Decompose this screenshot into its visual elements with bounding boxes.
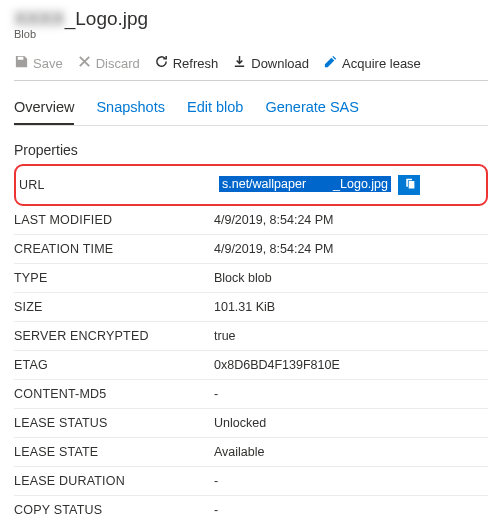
prop-row-type: TYPE Block blob (14, 264, 488, 293)
prop-label: CONTENT-MD5 (14, 380, 214, 409)
prop-value: - (214, 380, 488, 409)
prop-label: LEASE STATUS (14, 409, 214, 438)
prop-value: Unlocked (214, 409, 488, 438)
refresh-icon (154, 54, 169, 72)
title-blur: XXXX (14, 8, 65, 30)
prop-row-lease-duration: LEASE DURATION - (14, 467, 488, 496)
prop-label: ETAG (14, 351, 214, 380)
download-label: Download (251, 56, 309, 71)
save-icon (14, 54, 29, 72)
prop-row-url: URL s.net/wallpaper_Logo.jpg (19, 168, 483, 202)
prop-value: 101.31 KiB (214, 293, 488, 322)
refresh-label: Refresh (173, 56, 219, 71)
prop-value: Available (214, 438, 488, 467)
prop-label: LEASE DURATION (14, 467, 214, 496)
tabs: Overview Snapshots Edit blob Generate SA… (14, 95, 488, 126)
tab-edit-blob[interactable]: Edit blob (187, 95, 243, 125)
prop-row-etag: ETAG 0x8D6BD4F139F810E (14, 351, 488, 380)
prop-row-size: SIZE 101.31 KiB (14, 293, 488, 322)
tab-generate-sas[interactable]: Generate SAS (265, 95, 359, 125)
copy-icon (403, 177, 416, 193)
prop-row-server-encrypted: SERVER ENCRYPTED true (14, 322, 488, 351)
prop-label: SERVER ENCRYPTED (14, 322, 214, 351)
acquire-lease-button[interactable]: Acquire lease (323, 54, 421, 72)
save-button: Save (14, 54, 63, 72)
prop-row-copy-status: COPY STATUS - (14, 496, 488, 524)
page-title: XXXX_Logo.jpg (14, 8, 488, 30)
download-button[interactable]: Download (232, 54, 309, 72)
lease-icon (323, 54, 338, 72)
prop-row-lease-state: LEASE STATE Available (14, 438, 488, 467)
toolbar: Save Discard Refresh Download Acquire le… (14, 50, 488, 81)
url-row-highlight: URL s.net/wallpaper_Logo.jpg (14, 164, 488, 206)
url-text-right[interactable]: _Logo.jpg (309, 176, 391, 192)
discard-button: Discard (77, 54, 140, 72)
prop-value: - (214, 467, 488, 496)
prop-row-creation-time: CREATION TIME 4/9/2019, 8:54:24 PM (14, 235, 488, 264)
save-label: Save (33, 56, 63, 71)
prop-value: true (214, 322, 488, 351)
discard-icon (77, 54, 92, 72)
download-icon (232, 54, 247, 72)
url-text-left[interactable]: s.net/wallpaper (219, 176, 309, 192)
prop-label: COPY STATUS (14, 496, 214, 524)
prop-label: CREATION TIME (14, 235, 214, 264)
prop-value-url: s.net/wallpaper_Logo.jpg (219, 168, 483, 202)
prop-row-content-md5: CONTENT-MD5 - (14, 380, 488, 409)
prop-value: 0x8D6BD4F139F810E (214, 351, 488, 380)
tab-overview[interactable]: Overview (14, 95, 74, 125)
properties-heading: Properties (14, 142, 488, 158)
prop-label: LAST MODIFIED (14, 206, 214, 235)
prop-label: SIZE (14, 293, 214, 322)
copy-url-button[interactable] (398, 175, 420, 195)
prop-row-last-modified: LAST MODIFIED 4/9/2019, 8:54:24 PM (14, 206, 488, 235)
prop-value: Block blob (214, 264, 488, 293)
prop-label: LEASE STATE (14, 438, 214, 467)
prop-label: TYPE (14, 264, 214, 293)
prop-row-lease-status: LEASE STATUS Unlocked (14, 409, 488, 438)
prop-value: 4/9/2019, 8:54:24 PM (214, 235, 488, 264)
discard-label: Discard (96, 56, 140, 71)
tab-snapshots[interactable]: Snapshots (96, 95, 165, 125)
prop-value: - (214, 496, 488, 524)
acquire-lease-label: Acquire lease (342, 56, 421, 71)
prop-value: 4/9/2019, 8:54:24 PM (214, 206, 488, 235)
prop-label-url: URL (19, 168, 219, 202)
title-suffix: _Logo.jpg (65, 8, 148, 29)
refresh-button[interactable]: Refresh (154, 54, 219, 72)
properties-table: LAST MODIFIED 4/9/2019, 8:54:24 PM CREAT… (14, 206, 488, 523)
